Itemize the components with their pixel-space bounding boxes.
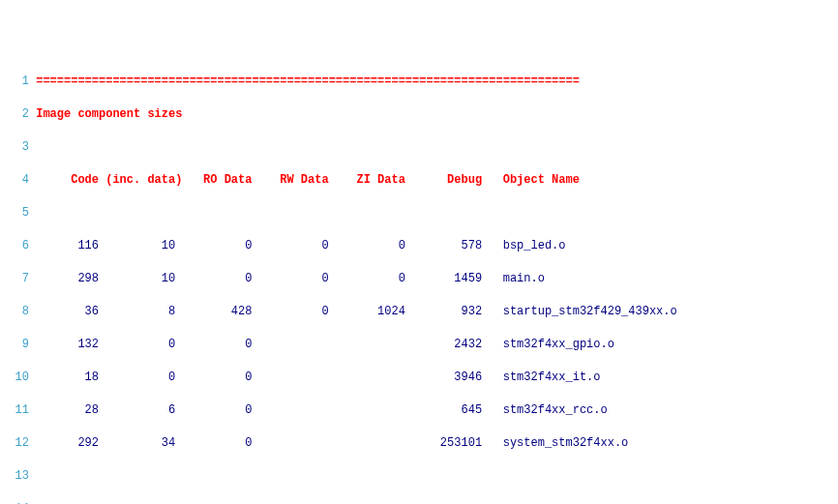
table-row: 18 0 0 3946 stm32f4xx_it.o xyxy=(29,371,601,384)
table-row: 292 34 0 253101 system_stm32f4xx.o xyxy=(29,436,628,450)
table-header: Code (inc. data) RO Data RW Data ZI Data… xyxy=(29,173,580,187)
code-line: 5 xyxy=(8,205,838,222)
table-row: 298 10 0 0 0 1459 main.o xyxy=(29,272,545,285)
code-line: 9 132 0 0 2432 stm32f4xx_gpio.o xyxy=(8,337,838,353)
code-line: 12 292 34 0 253101 system_stm32f4xx.o xyxy=(8,435,838,452)
code-line: 8 36 8 428 0 1024 932 startup_stm32f429_… xyxy=(8,304,838,320)
code-line: 4 Code (inc. data) RO Data RW Data ZI Da… xyxy=(8,172,838,189)
code-line: 3 xyxy=(8,139,838,156)
section-title: Image component sizes xyxy=(29,107,182,121)
code-line: 13 xyxy=(8,468,838,485)
code-line: 6 116 10 0 0 0 578 bsp_led.o xyxy=(8,238,838,254)
table-row: 132 0 0 2432 stm32f4xx_gpio.o xyxy=(29,338,614,351)
separator: ========================================… xyxy=(29,74,580,88)
code-line: 11 28 6 0 645 stm32f4xx_rcc.o xyxy=(8,402,838,419)
code-line: 7 298 10 0 0 0 1459 main.o xyxy=(8,271,838,287)
table-row: 36 8 428 0 1024 932 startup_stm32f429_43… xyxy=(29,305,677,318)
table-row: 116 10 0 0 0 578 bsp_led.o xyxy=(29,239,566,252)
table-row: 28 6 0 645 stm32f4xx_rcc.o xyxy=(29,403,608,417)
code-line: 1 ======================================… xyxy=(8,74,838,90)
code-line: 10 18 0 0 3946 stm32f4xx_it.o xyxy=(8,370,838,386)
code-line: 2 Image component sizes xyxy=(8,106,838,123)
